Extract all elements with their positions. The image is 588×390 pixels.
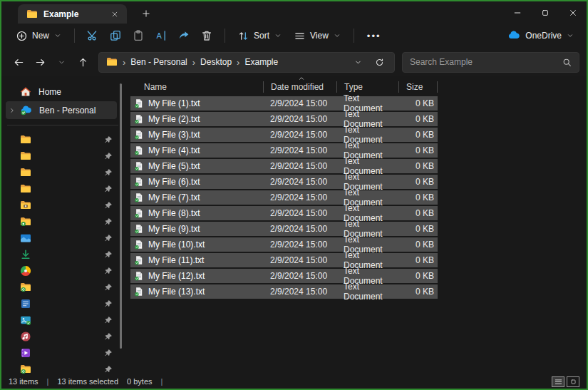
file-size: 0 KB xyxy=(398,240,434,250)
file-name: My File (8).txt xyxy=(148,208,200,218)
back-button[interactable] xyxy=(9,52,29,72)
tab-example[interactable]: Example xyxy=(18,4,127,24)
text-file-synced-icon xyxy=(134,208,144,218)
file-size: 0 KB xyxy=(398,98,434,108)
thumbnails-view-button[interactable] xyxy=(567,376,579,387)
column-header-date-modified[interactable]: Date modified xyxy=(263,81,336,93)
maximize-button[interactable] xyxy=(531,1,559,24)
text-file-synced-icon xyxy=(134,114,144,124)
file-size: 0 KB xyxy=(398,161,434,171)
close-button[interactable] xyxy=(559,1,587,24)
sidebar-item-onedrive-account[interactable]: Ben - Personal xyxy=(6,101,117,119)
sidebar-pinned-item[interactable] xyxy=(1,246,117,262)
file-row[interactable]: My File (10).txt 2/9/2024 15:00 Text Doc… xyxy=(130,237,438,252)
sidebar-pinned-item[interactable] xyxy=(1,279,117,295)
chevron-down-icon xyxy=(274,32,282,39)
sidebar-pinned-item[interactable] xyxy=(1,148,117,164)
toolbar-button-paste[interactable] xyxy=(127,26,150,46)
file-row[interactable]: My File (6).txt 2/9/2024 15:00 Text Docu… xyxy=(130,175,438,189)
sidebar-pinned-item[interactable] xyxy=(1,262,117,279)
item-count: 13 items xyxy=(9,377,38,386)
sort-ascending-icon xyxy=(298,75,305,82)
refresh-button[interactable] xyxy=(370,53,388,71)
toolbar-button-copy[interactable] xyxy=(104,26,127,46)
sidebar-pinned-item[interactable] xyxy=(1,164,117,180)
details-view-button[interactable] xyxy=(552,376,564,387)
toolbar-button-share[interactable] xyxy=(172,26,195,46)
sidebar-pinned-item[interactable] xyxy=(1,312,117,328)
sidebar-pinned-item[interactable] xyxy=(1,180,117,197)
address-dropdown-button[interactable] xyxy=(349,53,367,71)
view-list-icon xyxy=(294,31,305,41)
file-row[interactable]: My File (9).txt 2/9/2024 15:00 Text Docu… xyxy=(130,222,438,236)
breadcrumb-item[interactable]: Ben - Personal xyxy=(130,57,187,67)
search-input[interactable] xyxy=(410,57,562,67)
file-name: My File (4).txt xyxy=(148,145,200,155)
up-button[interactable] xyxy=(73,52,93,72)
file-date-modified: 2/9/2024 15:00 xyxy=(263,240,336,250)
forward-button[interactable] xyxy=(30,52,50,72)
sidebar-pinned-item[interactable] xyxy=(1,344,117,361)
file-row[interactable]: My File (4).txt 2/9/2024 15:00 Text Docu… xyxy=(130,143,438,158)
file-date-modified: 2/9/2024 15:00 xyxy=(263,177,336,187)
sidebar-scrollbar[interactable] xyxy=(120,83,122,349)
text-file-synced-icon xyxy=(134,177,144,187)
sort-button[interactable]: Sort xyxy=(232,26,288,46)
file-row[interactable]: My File (13).txt 2/9/2024 15:00 Text Doc… xyxy=(130,284,438,299)
folder-icon xyxy=(106,56,118,68)
onedrive-status-button[interactable]: OneDrive xyxy=(503,29,578,42)
address-row: › Ben - Personal › Desktop › Example xyxy=(1,48,587,76)
sidebar-pinned-item[interactable] xyxy=(1,361,117,377)
toolbar-button-rename[interactable] xyxy=(150,26,172,46)
rename-icon xyxy=(155,30,167,41)
column-header-type[interactable]: Type xyxy=(336,81,398,93)
search-box[interactable] xyxy=(402,52,579,73)
toolbar-button-cut[interactable] xyxy=(81,26,104,46)
file-row[interactable]: My File (7).txt 2/9/2024 15:00 Text Docu… xyxy=(130,190,438,205)
column-header-size[interactable]: Size xyxy=(398,81,438,93)
file-row[interactable]: My File (11).txt 2/9/2024 15:00 Text Doc… xyxy=(130,253,438,267)
file-row[interactable]: My File (12).txt 2/9/2024 15:00 Text Doc… xyxy=(130,269,438,283)
file-date-modified: 2/9/2024 15:00 xyxy=(263,130,336,140)
file-row[interactable]: My File (3).txt 2/9/2024 15:00 Text Docu… xyxy=(130,128,438,142)
folder-icon xyxy=(20,134,31,145)
file-row[interactable]: My File (8).txt 2/9/2024 15:00 Text Docu… xyxy=(130,206,438,220)
chevron-down-icon xyxy=(54,32,61,39)
music-icon xyxy=(20,331,31,342)
sidebar-pinned-item[interactable] xyxy=(1,230,117,246)
sidebar-item-home[interactable]: Home xyxy=(6,83,117,101)
sidebar-pinned-item[interactable] xyxy=(1,328,117,344)
file-row[interactable]: My File (1).txt 2/9/2024 15:00 Text Docu… xyxy=(130,96,438,111)
sidebar-pinned-item[interactable] xyxy=(1,131,117,148)
file-row[interactable]: My File (2).txt 2/9/2024 15:00 Text Docu… xyxy=(130,112,438,126)
more-options-button[interactable]: ••• xyxy=(361,26,388,46)
expand-chevron-icon[interactable] xyxy=(9,107,16,114)
file-name: My File (11).txt xyxy=(148,255,204,265)
text-file-synced-icon xyxy=(134,224,144,234)
file-size: 0 KB xyxy=(398,271,434,281)
toolbar-button-delete[interactable] xyxy=(195,26,218,46)
text-file-synced-icon xyxy=(134,145,144,155)
view-button[interactable]: View xyxy=(288,26,347,46)
file-list-pane: Name Date modified Type Size xyxy=(127,76,587,374)
pin-icon xyxy=(104,234,113,242)
close-icon xyxy=(569,9,577,17)
breadcrumb-item[interactable]: Example xyxy=(244,57,278,67)
pin-icon xyxy=(104,349,113,357)
sidebar-pinned-item[interactable] xyxy=(1,197,117,213)
breadcrumb[interactable]: › Ben - Personal › Desktop › Example xyxy=(98,52,395,73)
recent-locations-button[interactable] xyxy=(51,52,71,72)
file-size: 0 KB xyxy=(398,145,434,155)
sidebar-pinned-item[interactable] xyxy=(1,295,117,312)
new-button[interactable]: New xyxy=(10,26,68,46)
sidebar-pinned-item[interactable] xyxy=(1,213,117,230)
breadcrumb-item[interactable]: Desktop xyxy=(200,57,232,67)
text-file-synced-icon xyxy=(134,287,144,297)
column-header-name[interactable]: Name xyxy=(130,81,263,93)
minimize-button[interactable] xyxy=(503,1,531,24)
file-name: My File (6).txt xyxy=(148,177,200,187)
new-tab-button[interactable] xyxy=(137,4,155,23)
file-row[interactable]: My File (5).txt 2/9/2024 15:00 Text Docu… xyxy=(130,159,438,173)
file-date-modified: 2/9/2024 15:00 xyxy=(263,193,336,202)
tab-close-button[interactable] xyxy=(108,8,121,21)
